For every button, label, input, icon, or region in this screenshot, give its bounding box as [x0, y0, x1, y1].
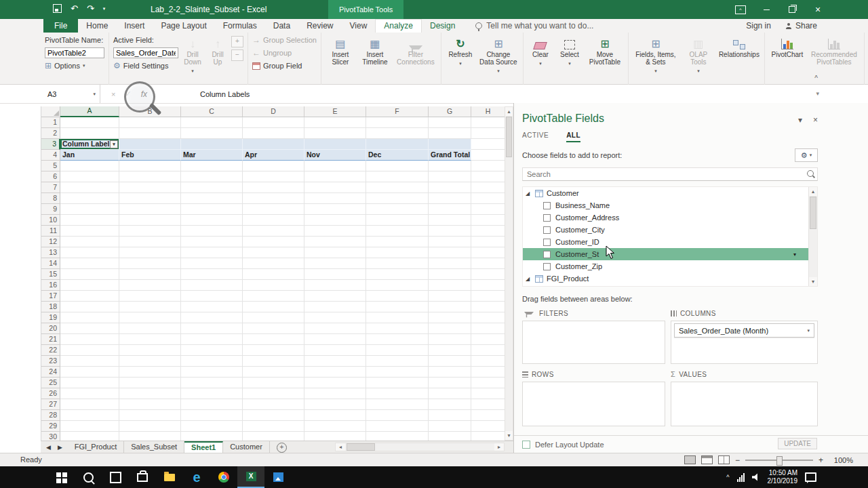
cell-D8[interactable]	[243, 193, 304, 204]
cell-G20[interactable]	[429, 323, 471, 334]
insert-slicer-button[interactable]: ▤ Insert Slicer	[326, 35, 355, 66]
horizontal-scroll-thumb[interactable]	[347, 443, 375, 451]
cell-H6[interactable]	[471, 171, 505, 182]
name-box[interactable]: A3 ▾	[41, 85, 100, 103]
pivottable-name-input[interactable]	[45, 47, 104, 58]
close-button[interactable]: ×	[807, 0, 829, 19]
clear-button[interactable]: Clear ▾	[528, 35, 553, 67]
cell-C13[interactable]	[181, 247, 243, 258]
field-item-Customer_Zip[interactable]: Customer_Zip	[523, 260, 808, 272]
cell-B26[interactable]	[119, 388, 181, 399]
cell-A6[interactable]	[60, 171, 119, 182]
cell-G18[interactable]	[429, 302, 471, 312]
qat-customize-icon[interactable]: ▾	[103, 6, 106, 12]
cell-H1[interactable]	[471, 117, 505, 128]
cell-G1[interactable]	[429, 117, 471, 128]
cell-E10[interactable]	[304, 215, 366, 226]
cell-A4[interactable]: Jan	[60, 150, 119, 161]
cell-E8[interactable]	[304, 193, 366, 204]
field-checkbox[interactable]	[543, 263, 551, 270]
row-header-4[interactable]: 4	[41, 150, 60, 161]
zoom-slider-thumb[interactable]	[776, 456, 783, 466]
cell-H28[interactable]	[471, 410, 505, 421]
recommended-pivottables-button[interactable]: Recommended PivotTables	[808, 35, 860, 66]
fields-items-sets-button[interactable]: ⊞ Fields, Items, & Sets ▾	[633, 35, 679, 75]
tab-view[interactable]: View	[342, 19, 376, 33]
cell-G17[interactable]	[429, 291, 471, 302]
taskbar-search-button[interactable]	[75, 466, 102, 488]
tab-data[interactable]: Data	[265, 19, 298, 33]
cell-B22[interactable]	[119, 345, 181, 356]
cell-A16[interactable]	[60, 280, 119, 291]
cell-H16[interactable]	[471, 280, 505, 291]
cell-E5[interactable]	[304, 161, 366, 171]
cell-H23[interactable]	[471, 356, 505, 367]
row-header-2[interactable]: 2	[41, 128, 60, 139]
cell-C18[interactable]	[181, 302, 243, 312]
cell-D30[interactable]	[243, 432, 304, 441]
taskbar-clock[interactable]: 10:50 AM 2/10/2019	[768, 469, 798, 485]
row-header-20[interactable]: 20	[41, 323, 60, 334]
cell-F11[interactable]	[366, 226, 429, 237]
cell-F14[interactable]	[366, 258, 429, 269]
cell-E25[interactable]	[304, 378, 366, 388]
cell-A7[interactable]	[60, 182, 119, 193]
cell-C3[interactable]	[181, 139, 243, 150]
taskbar-store-button[interactable]	[129, 466, 156, 488]
cell-B14[interactable]	[119, 258, 181, 269]
collapse-field-button[interactable]: −	[231, 49, 243, 61]
cell-A8[interactable]	[60, 193, 119, 204]
insert-timeline-button[interactable]: ▦ Insert Timeline	[358, 35, 392, 66]
expand-triangle-icon[interactable]: ◢	[526, 276, 532, 282]
taskbar-edge-button[interactable]: e	[183, 466, 210, 488]
cell-C9[interactable]	[181, 204, 243, 215]
horizontal-scrollbar[interactable]: ◂ ▸	[335, 443, 505, 451]
field-checkbox[interactable]	[543, 251, 551, 258]
row-header-11[interactable]: 11	[41, 226, 60, 237]
cell-E22[interactable]	[304, 345, 366, 356]
row-header-22[interactable]: 22	[41, 345, 60, 356]
cell-A18[interactable]	[60, 302, 119, 312]
cell-F6[interactable]	[366, 171, 429, 182]
cell-D24[interactable]	[243, 367, 304, 378]
cell-B29[interactable]	[119, 421, 181, 432]
pivotchart-button[interactable]: PivotChart	[769, 35, 806, 58]
field-checkbox[interactable]	[543, 202, 551, 209]
cell-A24[interactable]	[60, 367, 119, 378]
cell-C24[interactable]	[181, 367, 243, 378]
row-header-19[interactable]: 19	[41, 312, 60, 323]
search-input[interactable]	[522, 167, 818, 181]
cell-A17[interactable]	[60, 291, 119, 302]
formula-input[interactable]: Column Labels	[200, 90, 250, 98]
pane-close-icon[interactable]: ×	[813, 115, 818, 125]
group-selection-button[interactable]: → Group Selection	[252, 35, 317, 45]
cell-E28[interactable]	[304, 410, 366, 421]
field-table-FGI_Product[interactable]: ◢FGI_Product	[523, 272, 808, 285]
cell-E1[interactable]	[304, 117, 366, 128]
column-header-G[interactable]: G	[429, 106, 471, 117]
cell-C4[interactable]: Mar	[181, 150, 243, 161]
row-header-28[interactable]: 28	[41, 410, 60, 421]
cell-C8[interactable]	[181, 193, 243, 204]
taskbar-start-button[interactable]	[47, 466, 75, 488]
cell-F12[interactable]	[366, 237, 429, 247]
field-item-Customer_St[interactable]: Customer_St▾	[523, 248, 808, 260]
cell-C2[interactable]	[181, 128, 243, 139]
cell-F3[interactable]	[366, 139, 429, 150]
cell-H13[interactable]	[471, 247, 505, 258]
pill-dropdown-icon[interactable]: ▾	[807, 328, 810, 333]
rows-drop-zone[interactable]	[522, 382, 665, 426]
pivot-filter-dropdown-icon[interactable]: ▾	[110, 140, 118, 148]
zoom-level[interactable]: 100%	[829, 456, 853, 464]
save-icon[interactable]	[53, 4, 62, 13]
cell-B24[interactable]	[119, 367, 181, 378]
cell-D2[interactable]	[243, 128, 304, 139]
cell-C7[interactable]	[181, 182, 243, 193]
cell-A11[interactable]	[60, 226, 119, 237]
row-header-24[interactable]: 24	[41, 367, 60, 378]
cell-F5[interactable]	[366, 161, 429, 171]
cell-F22[interactable]	[366, 345, 429, 356]
taskbar-task-view-button[interactable]	[102, 466, 129, 488]
cell-E18[interactable]	[304, 302, 366, 312]
cell-E17[interactable]	[304, 291, 366, 302]
